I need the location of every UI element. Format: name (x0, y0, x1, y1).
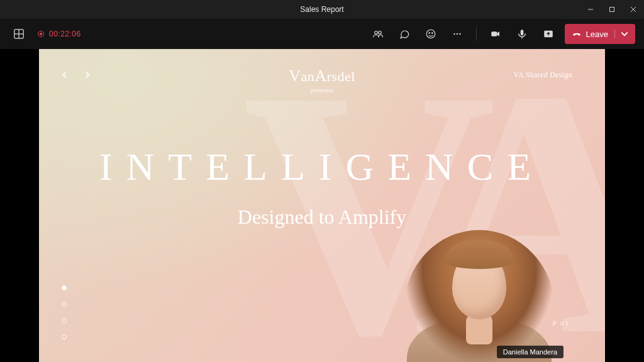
leave-options-toggle[interactable] (614, 30, 629, 38)
brand-subtext: presents (289, 87, 355, 94)
meeting-toolbar: 00:22:06 (0, 19, 644, 49)
svg-rect-1 (610, 8, 614, 12)
more-actions-button[interactable] (447, 24, 467, 44)
gallery-layout-button[interactable] (9, 24, 29, 44)
window-title: Sales Report (300, 5, 343, 14)
slide-brand: VanArsdel presents (289, 67, 355, 94)
slide-corner-label: VA Shared Design (514, 70, 572, 80)
chat-button[interactable] (394, 24, 414, 44)
presenter-name-chip: Daniella Mandera (497, 346, 564, 358)
svg-rect-15 (491, 31, 497, 36)
shared-slide: VanArsdel presents VA Shared Design INTE… (39, 49, 605, 362)
leave-label: Leave (586, 30, 608, 39)
leave-button[interactable]: Leave (565, 24, 635, 44)
participants-button[interactable] (368, 24, 388, 44)
slide-dot-2[interactable] (62, 302, 67, 307)
slide-subhead: Designed to Amplify (67, 206, 577, 229)
svg-point-13 (456, 33, 457, 35)
svg-rect-16 (520, 30, 523, 35)
toolbar-divider (476, 27, 477, 41)
window-titlebar: Sales Report (0, 0, 644, 19)
record-icon (38, 31, 44, 37)
mic-toggle-button[interactable] (512, 24, 532, 44)
svg-point-8 (378, 31, 381, 35)
meeting-stage: VanArsdel presents VA Shared Design INTE… (0, 49, 644, 362)
hangup-icon (572, 30, 581, 38)
meeting-timer: 00:22:06 (49, 30, 81, 38)
svg-point-9 (426, 30, 435, 38)
svg-point-14 (459, 33, 460, 35)
camera-toggle-button[interactable] (486, 24, 506, 44)
slide-page-number: P 01 (553, 319, 570, 327)
brand-logo-text: VanArsdel (289, 67, 355, 85)
reactions-button[interactable] (421, 24, 441, 44)
recording-indicator: 00:22:06 (38, 30, 81, 38)
chevron-down-icon (620, 30, 629, 38)
slide-hero: INTELLIGENCE Designed to Amplify (67, 145, 577, 229)
window-controls (580, 0, 644, 19)
svg-point-11 (431, 33, 433, 34)
slide-progress-dots (62, 285, 67, 339)
minimize-button[interactable] (580, 0, 601, 19)
prev-slide-button[interactable] (60, 70, 69, 82)
slide-dot-4[interactable] (62, 334, 67, 339)
presenter-video-cutout (397, 217, 561, 362)
slide-dot-1[interactable] (62, 285, 67, 290)
slide-headline: INTELLIGENCE (67, 145, 577, 189)
svg-point-12 (453, 33, 455, 35)
svg-point-7 (374, 31, 377, 35)
slide-dot-3[interactable] (62, 318, 67, 323)
slide-nav (60, 70, 92, 82)
close-button[interactable] (623, 0, 644, 19)
svg-point-10 (429, 33, 430, 34)
maximize-button[interactable] (601, 0, 623, 19)
chevron-right-icon (83, 70, 92, 79)
chevron-left-icon (60, 70, 69, 79)
share-screen-button[interactable] (538, 24, 558, 44)
next-slide-button[interactable] (83, 70, 92, 82)
